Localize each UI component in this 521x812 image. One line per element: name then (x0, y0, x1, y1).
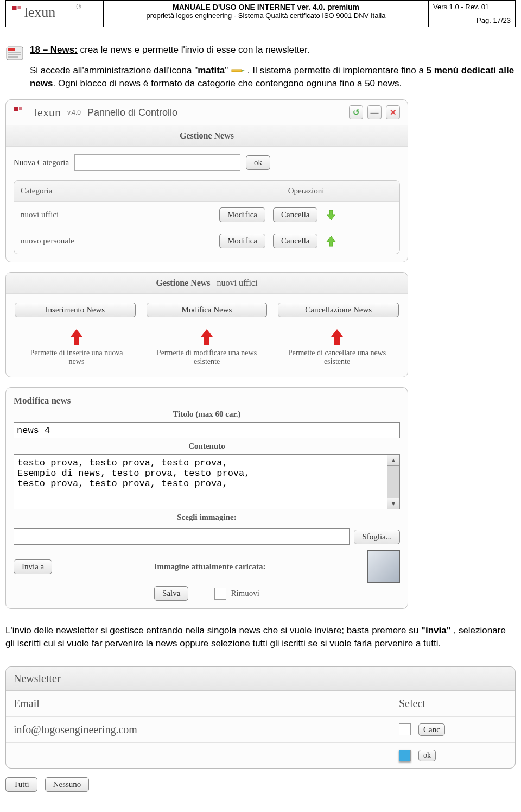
header-title-cell: MANUALE D'USO ONE INTERNET ver. 4.0. pre… (104, 1, 428, 27)
section-heading-2: Gestione Newsnuovi uffici (6, 273, 408, 294)
tutti-button[interactable]: Tutti (5, 777, 37, 792)
modify-news-button[interactable]: Modifica News (147, 303, 268, 317)
newsletter-title: Newsletter (6, 667, 515, 691)
svg-marker-16 (201, 329, 213, 345)
delete-button[interactable]: Cancella (273, 207, 317, 222)
section-number: 18 – News: (30, 45, 78, 55)
delete-button[interactable]: Cancella (273, 234, 317, 248)
invia-a-button[interactable]: Invia a (14, 559, 52, 574)
modifica-heading: Modifica news (14, 395, 400, 406)
titolo-input[interactable] (14, 422, 400, 438)
panel-modifica-news: Modifica news Titolo (max 60 car.) Conte… (5, 387, 408, 609)
pencil-icon (231, 67, 245, 74)
svg-rect-9 (232, 70, 242, 72)
svg-marker-13 (327, 210, 335, 220)
col-header-operations: Operazioni (288, 186, 325, 196)
logo-cell: lexun ® (6, 1, 104, 27)
close-icon[interactable]: ✕ (386, 105, 400, 119)
scegli-immagine-label: Scegli immagine: (14, 509, 400, 525)
svg-rect-5 (8, 48, 15, 51)
svg-rect-12 (19, 107, 22, 110)
panel-news-actions: Gestione Newsnuovi uffici Inserimento Ne… (5, 272, 408, 377)
hint-modify: Permette di modificare una news esistent… (153, 326, 261, 366)
minimize-icon[interactable]: — (367, 105, 382, 119)
reload-icon[interactable]: ↺ (349, 105, 363, 119)
svg-marker-15 (71, 329, 82, 345)
hint-insert: Permette di inserire una nuova news (22, 326, 131, 366)
svg-marker-14 (327, 236, 335, 246)
hint-cancel: Permette di cancellare una news esistent… (283, 326, 391, 366)
category-name: nuovo personale (21, 236, 219, 246)
image-thumbnail (367, 550, 400, 583)
doc-version: Vers 1.0 - Rev. 01 (433, 3, 511, 11)
svg-rect-1 (18, 6, 21, 9)
contenuto-textarea[interactable] (14, 454, 387, 509)
intro-text: 18 – News: crea le news e permette l'inv… (30, 43, 516, 90)
rimuovi-checkbox[interactable] (214, 588, 226, 600)
document-header: lexun ® MANUALE D'USO ONE INTERNET ver. … (5, 0, 516, 27)
category-name: nuovi uffici (21, 210, 219, 219)
titolo-label: Titolo (max 60 car.) (14, 406, 400, 422)
red-arrow-up-icon (199, 328, 215, 347)
svg-marker-17 (331, 329, 343, 345)
svg-rect-7 (8, 54, 21, 55)
svg-rect-8 (8, 56, 18, 58)
red-arrow-up-icon (329, 328, 345, 347)
col-select-header: Select (399, 697, 425, 710)
newsletter-panel: Newsletter Email Select info@logosengine… (5, 666, 516, 769)
file-path-input[interactable] (14, 528, 350, 545)
browse-button[interactable]: Sfoglia... (354, 530, 400, 544)
immagine-caricata-label: Immagine attualmente caricata: (60, 562, 360, 571)
news-section-icon (5, 43, 24, 62)
ok-button[interactable]: ok (246, 155, 270, 170)
scrollbar[interactable]: ▲▼ (387, 454, 400, 509)
header-meta: Vers 1.0 - Rev. 01 Pag. 17/23 (428, 1, 515, 27)
new-category-label: Nuova Categoria (14, 158, 69, 167)
canc-button[interactable]: Canc (418, 723, 445, 736)
salva-button[interactable]: Salva (154, 586, 188, 601)
doc-subtitle: proprietà logos engineering - Sistema Qu… (108, 11, 424, 20)
lexun-small-logo-icon (14, 105, 28, 119)
ok-button[interactable]: ok (418, 750, 436, 761)
table-row: nuovi uffici Modifica Cancella (14, 202, 399, 228)
svg-rect-11 (14, 107, 18, 111)
svg-rect-0 (12, 6, 17, 10)
col-header-category: Categoria (21, 186, 219, 196)
outro-text: L'invio delle newsletter si gestisce ent… (5, 624, 516, 650)
select-checkbox[interactable] (399, 723, 411, 735)
svg-text:®: ® (77, 3, 81, 11)
panel-gestione-news: lexun v.4.0 Pannello di Controllo ↺ — ✕ … (5, 99, 408, 262)
insert-news-button[interactable]: Inserimento News (15, 303, 136, 317)
modify-button[interactable]: Modifica (219, 234, 265, 248)
rimuovi-label: Rimuovi (231, 589, 259, 598)
modify-button[interactable]: Modifica (219, 207, 265, 222)
arrow-up-icon[interactable] (325, 235, 337, 247)
svg-text:lexun: lexun (24, 4, 56, 20)
email-value: info@logosengineering.com (14, 723, 399, 736)
doc-page: Pag. 17/23 (433, 16, 511, 24)
nessuno-button[interactable]: Nessuno (45, 777, 90, 792)
col-email-header: Email (14, 697, 399, 710)
lexun-logo-icon: lexun ® (10, 3, 99, 24)
select-all-checkbox[interactable] (399, 750, 411, 761)
new-category-input[interactable] (74, 154, 240, 171)
section-heading: Gestione News (6, 125, 408, 147)
panel-title: lexun v.4.0 Pannello di Controllo (14, 105, 177, 119)
svg-marker-10 (242, 70, 245, 72)
svg-rect-6 (8, 52, 21, 53)
doc-title: MANUALE D'USO ONE INTERNET ver. 4.0. pre… (108, 3, 424, 11)
cancel-news-button[interactable]: Cancellazione News (278, 303, 399, 317)
red-arrow-up-icon (68, 328, 85, 347)
arrow-down-icon[interactable] (325, 209, 337, 221)
contenuto-label: Contenuto (14, 438, 400, 454)
table-row: nuovo personale Modifica Cancella (14, 228, 399, 254)
